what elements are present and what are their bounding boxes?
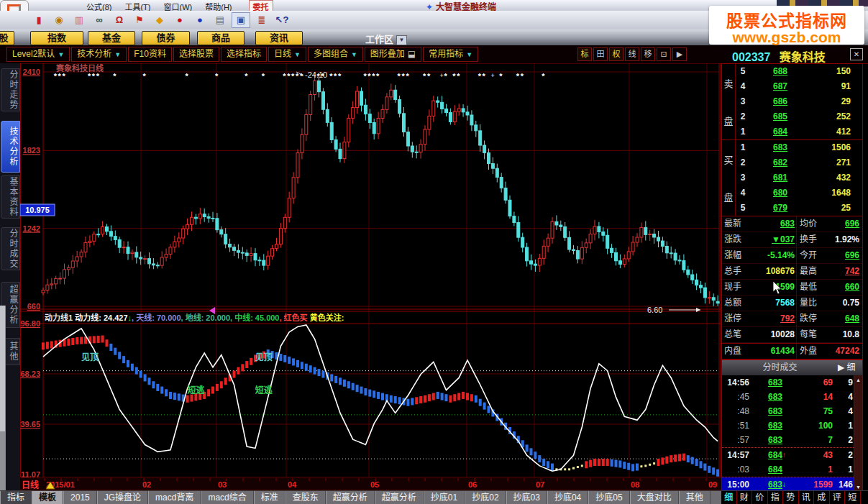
sell-row[interactable]: 1684412 [736, 124, 862, 139]
nav-button-5[interactable]: 资讯 [255, 31, 303, 45]
sidebar-tab-技术分析[interactable]: 技术分析 [1, 121, 20, 173]
panel-tab-财[interactable]: 财 [737, 491, 753, 504]
svg-text:08: 08 [631, 480, 639, 489]
bottom-tab-其他[interactable]: 其他 [679, 491, 711, 504]
sell-row[interactable]: 2685252 [736, 109, 862, 124]
tick-row[interactable]: 15:00683↓1599146 [722, 477, 862, 492]
tick-row[interactable]: :48683754 [722, 404, 862, 418]
red-disc-icon[interactable]: ● [171, 13, 188, 27]
buy-row[interactable]: 46801648 [736, 185, 862, 201]
blue-disc-icon[interactable]: ● [191, 13, 209, 27]
chart-tool-日线[interactable]: 日线▼ [268, 47, 306, 62]
tick-row[interactable]: 14:56683699 [722, 375, 862, 390]
svg-text:*: * [291, 72, 295, 81]
grip-handle-icon[interactable]: ▮ [30, 13, 47, 27]
chart-tool-技术分析[interactable]: 技术分析▼ [71, 47, 127, 62]
chart-tool-选择指标[interactable]: 选择指标 [221, 47, 267, 62]
nav-button-partial[interactable]: 股 [0, 31, 14, 45]
nav-button-1[interactable]: 指数 [30, 31, 83, 45]
buy-row[interactable]: 567925 [736, 201, 862, 216]
bottom-tab-抄底04[interactable]: 抄底04 [547, 491, 588, 504]
tick-row[interactable]: :0368411 [722, 462, 862, 477]
books-icon[interactable]: ≣ [253, 13, 270, 27]
mini-button-田[interactable]: 田 [593, 47, 608, 61]
scroll-up-icon[interactable]: ▲ [854, 376, 862, 384]
panel-tab-评[interactable]: 评 [830, 491, 846, 504]
stat-row: 总额7568量比0.75 [722, 295, 862, 311]
tick-detail-toggle[interactable]: ▶ 细 [838, 360, 862, 375]
tick-scrollbar[interactable]: ▲ ▼ [854, 375, 862, 492]
panel-tab-势[interactable]: 势 [783, 491, 799, 504]
sell-row[interactable]: 468791 [736, 79, 862, 94]
sidebar-tab-分时走势[interactable]: 分时走势 [1, 68, 20, 111]
traffic-light-icon[interactable]: ◉ [50, 13, 68, 27]
stripes-icon[interactable]: ▥ [70, 13, 88, 27]
diamond-icon[interactable]: ◆ [151, 13, 168, 27]
bottom-tab-抄底01[interactable]: 抄底01 [424, 491, 465, 504]
nav-button-3[interactable]: 债券 [142, 31, 190, 45]
mini-button-移[interactable]: 移 [641, 47, 655, 61]
window-panel-icon[interactable]: ▣ [232, 12, 250, 28]
sidebar-tab-基本资料[interactable]: 基本资料 [1, 175, 20, 219]
svg-text:*: * [143, 72, 147, 81]
tick-row[interactable]: :45683144 [722, 390, 862, 404]
tick-list-header[interactable]: 分时成交 ▶ 细 [722, 359, 862, 375]
panel-tab-短[interactable]: 短 [845, 491, 861, 504]
bottom-tab-超赢分析[interactable]: 超赢分析 [326, 491, 375, 504]
tick-list: 14:56683699:45683144:48683754:516831001:… [722, 375, 862, 492]
mini-button-线[interactable]: 线 [625, 47, 639, 61]
tick-row[interactable]: :516831001 [722, 418, 862, 433]
nav-button-4[interactable]: 商品 [197, 31, 245, 45]
alarm-bell-icon[interactable]: Ω [111, 13, 128, 27]
bottom-tab-macd背离[interactable]: macd背离 [148, 491, 201, 504]
flag-chart-icon[interactable]: ⚑ [131, 13, 148, 27]
mini-button-▶[interactable]: ▶ [672, 47, 687, 61]
mini-button-标[interactable]: 标 [577, 47, 592, 61]
panel-tab-价[interactable]: 价 [752, 491, 768, 504]
panel-tab-细[interactable]: 细 [721, 491, 737, 504]
chart-tool-多图组合[interactable]: 多图组合▼ [308, 47, 363, 62]
bottom-tab-JG操盘论[interactable]: JG操盘论 [97, 491, 148, 504]
close-icon[interactable]: ✕ [850, 48, 863, 60]
panel-tab-成[interactable]: 成 [814, 491, 830, 504]
bottom-tab-查股东[interactable]: 查股东 [285, 491, 326, 504]
chart-canvas[interactable]: ****************************************… [20, 63, 721, 490]
mini-button-⊡[interactable]: ⊡ [657, 47, 671, 61]
bottom-tab-标准[interactable]: 标准 [254, 491, 285, 504]
tick-row[interactable]: 14:57684↑432 [722, 448, 862, 462]
sidebar-tab-分时成交[interactable]: 分时成交 [1, 227, 20, 270]
bottom-tab-抄底05[interactable]: 抄底05 [588, 491, 629, 504]
workspace-button[interactable]: 工作区▼ [365, 32, 407, 45]
buy-row[interactable]: 16831506 [736, 140, 862, 155]
sell-row[interactable]: 5688150 [736, 64, 862, 79]
svg-text:日线: 日线 [22, 480, 39, 490]
bottom-tab-指标[interactable]: 指标 [0, 491, 32, 504]
panel-tab-讯[interactable]: 讯 [799, 491, 815, 504]
bottom-tab-抄底03[interactable]: 抄底03 [506, 491, 547, 504]
help-pointer-icon[interactable]: ↖? [273, 13, 291, 27]
chart-tool-图形叠加[interactable]: 图形叠加⬓ [365, 47, 421, 62]
bottom-tab-超赢分析[interactable]: 超赢分析 [375, 491, 424, 504]
nav-button-2[interactable]: 基金 [88, 31, 135, 45]
bottom-tab-模板[interactable]: 模板 [32, 491, 63, 504]
panel-tab-指[interactable]: 指 [768, 491, 784, 504]
mini-button-权[interactable]: 权 [609, 47, 623, 61]
chart-tool-F10资料[interactable]: F10资料 [128, 47, 172, 62]
binoculars-icon[interactable]: ∞ [91, 13, 108, 27]
chart-tool-选择股票[interactable]: 选择股票 [173, 47, 219, 62]
bottom-tab-2015[interactable]: 2015 [63, 491, 97, 504]
chevron-down-icon: ▼ [466, 51, 472, 58]
sell-row[interactable]: 368629 [736, 94, 862, 109]
bottom-tab-macd综合[interactable]: macd综合 [201, 491, 253, 504]
chart-tool-常用指标[interactable]: 常用指标▼ [423, 47, 478, 62]
stock-identity: 002337 赛象科技 [732, 47, 826, 65]
tick-row[interactable]: :5768372 [722, 433, 862, 448]
buy-row[interactable]: 2682271 [736, 155, 862, 170]
buy-row[interactable]: 3681432 [736, 170, 862, 185]
svg-text:动力线1 动力线: 24.427↓, 天线: 70.000: 动力线1 动力线: 24.427↓, 天线: 70.000, 地线: 20.00… [45, 313, 344, 322]
clipboard-icon[interactable]: ▤ [211, 13, 229, 27]
chart-tool-Level2默认[interactable]: Level2默认▼ [6, 47, 70, 62]
bottom-tab-抄底02[interactable]: 抄底02 [465, 491, 506, 504]
svg-text:*: * [338, 72, 342, 81]
bottom-tab-大盘对比[interactable]: 大盘对比 [630, 491, 679, 504]
